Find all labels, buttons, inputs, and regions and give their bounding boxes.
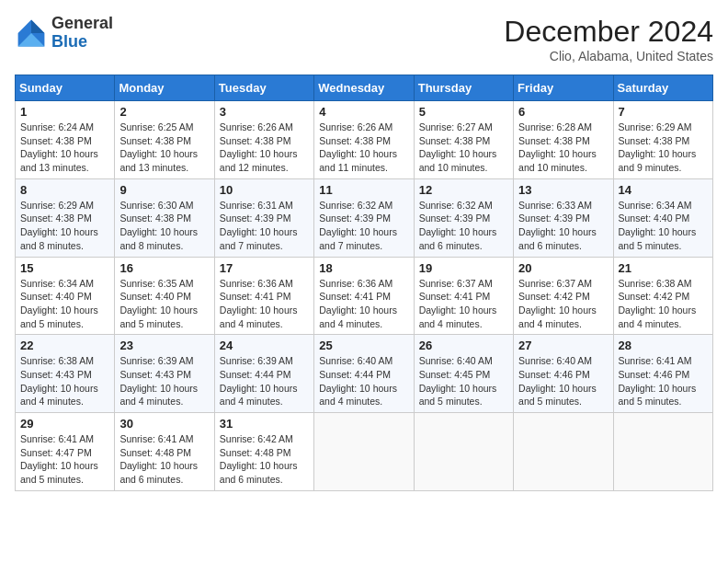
day-info: Sunrise: 6:34 AMSunset: 4:40 PMDaylight:… [20, 277, 109, 331]
day-number: 9 [119, 183, 209, 197]
calendar-cell: 1Sunrise: 6:24 AMSunset: 4:38 PMDaylight… [16, 101, 115, 179]
day-info: Sunrise: 6:28 AMSunset: 4:38 PMDaylight:… [518, 121, 608, 175]
page-header: General Blue December 2024 Clio, Alabama… [15, 15, 713, 63]
day-info: Sunrise: 6:38 AMSunset: 4:42 PMDaylight:… [619, 277, 708, 331]
day-info: Sunrise: 6:34 AMSunset: 4:40 PMDaylight:… [619, 199, 708, 253]
day-info: Sunrise: 6:41 AMSunset: 4:46 PMDaylight:… [619, 354, 708, 408]
calendar-cell: 25Sunrise: 6:40 AMSunset: 4:44 PMDayligh… [314, 335, 414, 413]
day-number: 7 [619, 105, 708, 119]
calendar-cell: 19Sunrise: 6:37 AMSunset: 4:41 PMDayligh… [414, 257, 513, 335]
day-info: Sunrise: 6:29 AMSunset: 4:38 PMDaylight:… [619, 121, 708, 175]
calendar-cell: 21Sunrise: 6:38 AMSunset: 4:42 PMDayligh… [613, 257, 712, 335]
calendar-cell: 23Sunrise: 6:39 AMSunset: 4:43 PMDayligh… [115, 335, 214, 413]
day-number: 13 [518, 183, 608, 197]
calendar-week-row: 1Sunrise: 6:24 AMSunset: 4:38 PMDaylight… [16, 101, 713, 179]
weekday-header: Wednesday [314, 75, 414, 101]
calendar-cell: 29Sunrise: 6:41 AMSunset: 4:47 PMDayligh… [16, 413, 115, 491]
logo: General Blue [15, 15, 113, 52]
day-number: 11 [319, 183, 408, 197]
day-info: Sunrise: 6:42 AMSunset: 4:48 PMDaylight:… [220, 432, 309, 487]
calendar-cell: 12Sunrise: 6:32 AMSunset: 4:39 PMDayligh… [414, 178, 513, 257]
calendar-cell: 8Sunrise: 6:29 AMSunset: 4:38 PMDaylight… [16, 178, 115, 257]
weekday-header: Monday [115, 75, 214, 101]
day-number: 23 [119, 339, 209, 352]
day-info: Sunrise: 6:31 AMSunset: 4:39 PMDaylight:… [220, 199, 309, 253]
day-info: Sunrise: 6:24 AMSunset: 4:38 PMDaylight:… [20, 121, 109, 175]
day-number: 24 [220, 339, 309, 352]
day-number: 29 [20, 417, 109, 431]
calendar-cell [314, 413, 414, 491]
location: Clio, Alabama, United States [504, 49, 713, 63]
calendar-cell: 14Sunrise: 6:34 AMSunset: 4:40 PMDayligh… [613, 178, 712, 257]
day-number: 21 [619, 261, 708, 275]
day-number: 8 [20, 183, 109, 197]
calendar-cell: 17Sunrise: 6:36 AMSunset: 4:41 PMDayligh… [214, 257, 313, 335]
calendar-cell: 3Sunrise: 6:26 AMSunset: 4:38 PMDaylight… [214, 101, 313, 179]
day-info: Sunrise: 6:26 AMSunset: 4:38 PMDaylight:… [220, 121, 309, 175]
day-number: 10 [220, 183, 309, 197]
weekday-header: Friday [514, 75, 613, 101]
day-info: Sunrise: 6:39 AMSunset: 4:44 PMDaylight:… [220, 354, 309, 408]
day-info: Sunrise: 6:26 AMSunset: 4:38 PMDaylight:… [319, 121, 408, 175]
day-number: 25 [319, 339, 408, 352]
day-info: Sunrise: 6:41 AMSunset: 4:48 PMDaylight:… [119, 432, 209, 487]
day-info: Sunrise: 6:40 AMSunset: 4:44 PMDaylight:… [319, 354, 408, 408]
day-info: Sunrise: 6:37 AMSunset: 4:42 PMDaylight:… [518, 277, 608, 331]
calendar-cell: 13Sunrise: 6:33 AMSunset: 4:39 PMDayligh… [514, 178, 613, 257]
day-info: Sunrise: 6:39 AMSunset: 4:43 PMDaylight:… [119, 354, 209, 408]
day-info: Sunrise: 6:29 AMSunset: 4:38 PMDaylight:… [20, 199, 109, 253]
day-info: Sunrise: 6:32 AMSunset: 4:39 PMDaylight:… [319, 199, 408, 253]
day-info: Sunrise: 6:33 AMSunset: 4:39 PMDaylight:… [518, 199, 608, 253]
day-number: 12 [419, 183, 508, 197]
calendar-cell: 7Sunrise: 6:29 AMSunset: 4:38 PMDaylight… [613, 101, 712, 179]
weekday-header-row: SundayMondayTuesdayWednesdayThursdayFrid… [16, 75, 713, 101]
day-info: Sunrise: 6:37 AMSunset: 4:41 PMDaylight:… [419, 277, 508, 331]
day-number: 20 [518, 261, 608, 275]
day-number: 30 [119, 417, 209, 431]
calendar-cell: 16Sunrise: 6:35 AMSunset: 4:40 PMDayligh… [115, 257, 214, 335]
calendar-cell: 30Sunrise: 6:41 AMSunset: 4:48 PMDayligh… [115, 413, 214, 491]
day-info: Sunrise: 6:41 AMSunset: 4:47 PMDaylight:… [20, 432, 109, 487]
calendar-cell: 18Sunrise: 6:36 AMSunset: 4:41 PMDayligh… [314, 257, 414, 335]
calendar-cell: 10Sunrise: 6:31 AMSunset: 4:39 PMDayligh… [214, 178, 313, 257]
calendar-cell: 28Sunrise: 6:41 AMSunset: 4:46 PMDayligh… [613, 335, 712, 413]
calendar-week-row: 8Sunrise: 6:29 AMSunset: 4:38 PMDaylight… [16, 178, 713, 257]
weekday-header: Thursday [414, 75, 513, 101]
weekday-header: Sunday [16, 75, 115, 101]
calendar-cell: 15Sunrise: 6:34 AMSunset: 4:40 PMDayligh… [16, 257, 115, 335]
day-number: 17 [220, 261, 309, 275]
calendar-cell: 31Sunrise: 6:42 AMSunset: 4:48 PMDayligh… [214, 413, 313, 491]
day-number: 14 [619, 183, 708, 197]
day-info: Sunrise: 6:32 AMSunset: 4:39 PMDaylight:… [419, 199, 508, 253]
calendar-cell [514, 413, 613, 491]
day-info: Sunrise: 6:36 AMSunset: 4:41 PMDaylight:… [220, 277, 309, 331]
weekday-header: Tuesday [214, 75, 313, 101]
calendar-table: SundayMondayTuesdayWednesdayThursdayFrid… [15, 75, 713, 491]
day-info: Sunrise: 6:40 AMSunset: 4:46 PMDaylight:… [518, 354, 608, 408]
day-number: 27 [518, 339, 608, 352]
calendar-cell: 22Sunrise: 6:38 AMSunset: 4:43 PMDayligh… [16, 335, 115, 413]
day-number: 5 [419, 105, 508, 119]
day-info: Sunrise: 6:36 AMSunset: 4:41 PMDaylight:… [319, 277, 408, 331]
day-info: Sunrise: 6:25 AMSunset: 4:38 PMDaylight:… [119, 121, 209, 175]
calendar-cell: 9Sunrise: 6:30 AMSunset: 4:38 PMDaylight… [115, 178, 214, 257]
day-number: 26 [419, 339, 508, 352]
day-number: 19 [419, 261, 508, 275]
day-info: Sunrise: 6:30 AMSunset: 4:38 PMDaylight:… [119, 199, 209, 253]
title-block: December 2024 Clio, Alabama, United Stat… [504, 15, 713, 63]
day-number: 15 [20, 261, 109, 275]
logo-text: General Blue [51, 15, 113, 52]
day-number: 28 [619, 339, 708, 352]
calendar-cell: 6Sunrise: 6:28 AMSunset: 4:38 PMDaylight… [514, 101, 613, 179]
day-number: 1 [20, 105, 109, 119]
calendar-week-row: 29Sunrise: 6:41 AMSunset: 4:47 PMDayligh… [16, 413, 713, 491]
day-number: 22 [20, 339, 109, 352]
calendar-cell [414, 413, 513, 491]
day-number: 31 [220, 417, 309, 431]
calendar-cell: 20Sunrise: 6:37 AMSunset: 4:42 PMDayligh… [514, 257, 613, 335]
calendar-week-row: 15Sunrise: 6:34 AMSunset: 4:40 PMDayligh… [16, 257, 713, 335]
day-info: Sunrise: 6:27 AMSunset: 4:38 PMDaylight:… [419, 121, 508, 175]
calendar-cell: 4Sunrise: 6:26 AMSunset: 4:38 PMDaylight… [314, 101, 414, 179]
calendar-cell [613, 413, 712, 491]
day-number: 18 [319, 261, 408, 275]
